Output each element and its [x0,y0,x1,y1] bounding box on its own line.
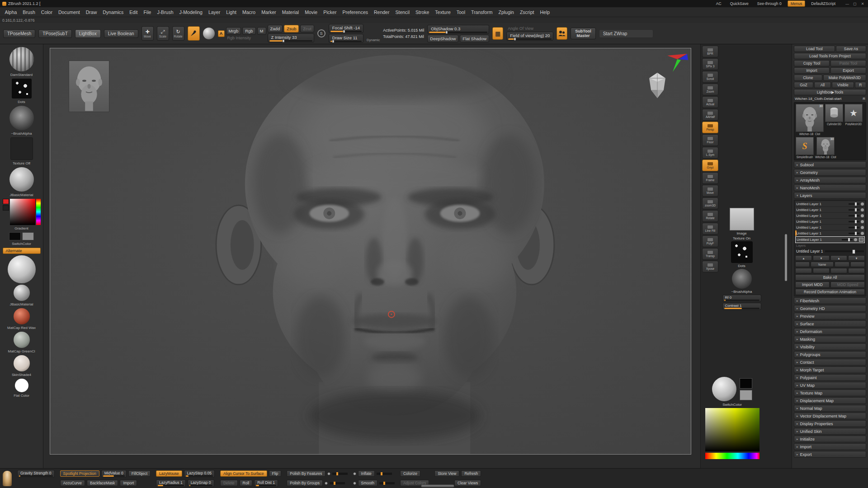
make-polymesh3d-button[interactable]: Make PolyMesh3D [823,75,866,81]
fillobject-button[interactable]: FillObject [128,470,151,477]
layer-intensity-slider[interactable] [849,209,859,211]
rgb-button[interactable]: Rgb [242,27,255,35]
lightbox-tools-button[interactable]: Lightbox▶Tools [794,89,866,95]
sculpt-viewport[interactable] [50,48,691,455]
current-tool-tag[interactable]: R [863,97,865,101]
minimize-button[interactable]: — [844,1,850,6]
tool-section-header[interactable]: ▸ Polypaint [794,374,866,381]
menu-item[interactable]: Picker [321,8,340,16]
smooth-slider[interactable] [379,482,395,484]
hue-strip[interactable] [36,199,41,225]
material-jbasic[interactable] [14,285,30,301]
angle-of-view-slider[interactable]: Angle Of View [506,26,553,31]
backfacemask-button[interactable]: BackfaceMask [87,480,118,486]
alternate-button[interactable]: Alternate [3,248,41,254]
right-shelf-button[interactable]: zoom3D [702,197,718,209]
active-alpha-badge[interactable]: A [218,30,225,37]
quicksave-button[interactable]: QuickSave [727,1,751,6]
mrgb-button[interactable]: Mrgb [226,27,241,35]
draw-size-slider[interactable]: Draw Size 11 [329,34,363,43]
switch-color-swatches[interactable] [9,232,34,240]
tpose-subt-button[interactable]: TPose|SubT [38,29,71,38]
right-shelf-button[interactable]: L.Sym [702,147,718,159]
layer-intensity-slider[interactable] [849,221,859,222]
import-button[interactable]: Import [794,67,830,74]
layer-visibility-icon[interactable] [861,232,864,235]
right-shelf-button[interactable]: Xpose [702,261,718,272]
layer-down-button[interactable]: ▼ [813,255,830,261]
delete-layer-button[interactable] [850,262,865,267]
focal-shift-slider[interactable]: Focal Shift -14 [329,24,363,33]
menu-item[interactable]: J-Modeling [176,8,205,16]
right-shelf-button[interactable]: Frame [702,172,718,184]
tool-section-header[interactable]: ▸ Preview [794,313,866,319]
perspective-icon[interactable]: ▦ [492,27,503,40]
tool-section-header[interactable]: ▸ Geometry HD [794,305,866,312]
active-layer-row[interactable]: Untitled Layer 1 [795,248,865,254]
menu-item[interactable]: Alpha [2,8,20,16]
ac-toggle[interactable]: AC [713,1,724,6]
tool-thumb-simplebrush[interactable]: S SimpleBrush [796,137,814,159]
smooth-toggle[interactable] [353,482,356,485]
tool-thumb-witcher[interactable]: 30 Witcher-18_Clot [796,104,824,136]
lazysnap-slider[interactable]: LazySnap 0 [188,479,214,487]
mdd-speed-slider[interactable]: MDD Speed [830,282,865,288]
tool-section-header[interactable]: ▸ NanoMesh [794,184,866,191]
menu-item[interactable]: Stroke [412,8,432,16]
layer-intensity-slider[interactable] [842,239,853,240]
midvalue-slider[interactable]: MidValue 0 [101,470,127,478]
menu-item[interactable]: Texture [432,8,453,16]
tool-section-header[interactable]: ▸ Display Properties [794,420,866,427]
tool-section-header[interactable]: ▸ Unified Skin [794,428,866,435]
subtool-master-button[interactable]: SubTool Master [571,28,595,39]
tool-thumb-cylinder3d[interactable]: Cylinder3D [825,104,843,126]
stroke-type-icon[interactable]: S [317,29,326,38]
store-view-button[interactable]: Store View [434,470,459,477]
canvas-horizontal-scrollbar[interactable] [421,484,454,488]
sculpted-head-model[interactable] [50,48,691,454]
clone-button[interactable]: Clone [794,75,822,81]
deep-shadow-button[interactable]: DeepShadow [427,35,458,42]
menu-item[interactable]: Movie [302,8,321,16]
menu-item[interactable]: Marker [259,8,279,16]
saturation-value-square[interactable] [10,199,35,225]
tool-section-header[interactable]: ▸ FiberMesh [794,297,866,304]
menu-item[interactable]: Edit [127,8,141,16]
scale-tool-button[interactable]: ⤢ Scale [157,26,169,41]
layer-bottom-button[interactable]: ▼ [848,255,865,261]
roll-dist-slider[interactable]: Roll Dist 1 [254,479,278,487]
goz-button[interactable]: GoZ [794,82,813,88]
see-through-slider[interactable]: See-through 0 [755,1,784,6]
layer-row[interactable]: Untitled Layer 1 [795,230,865,236]
menu-item[interactable]: Light [223,8,240,16]
tool-section-header[interactable]: ▸ Morph Target [794,366,866,373]
texture-image-thumbnail[interactable] [730,208,754,230]
load-tool-button[interactable]: Load Tool [794,46,835,52]
polish-groups-slider[interactable] [330,482,345,484]
menu-item[interactable]: Stencil [392,8,413,16]
layer-visibility-icon[interactable] [861,214,864,217]
m-button[interactable]: M [257,27,266,35]
stroke-thumbnail-dots[interactable] [12,79,32,99]
polish-features-toggle[interactable] [327,472,330,475]
tool-section-header[interactable]: ▸ Import [794,443,866,450]
import-spotlight-button[interactable]: Import [120,480,137,486]
texture-on-button[interactable]: Texture On [733,236,750,240]
align-cursor-button[interactable]: Align Cursor To Surface [220,470,267,477]
reference-image-thumbnail[interactable] [69,61,109,112]
current-brush-button[interactable] [188,26,200,41]
menu-item[interactable]: Help [537,8,553,16]
colorize-button[interactable]: Colorize [400,470,420,477]
menu-item[interactable]: Brush [20,8,38,16]
record-deformation-button[interactable]: Record Deformation Animation [795,289,865,295]
right-shelf-button[interactable]: Gxyz [702,160,718,171]
import-mdd-button[interactable]: Import MDD [795,282,830,288]
polish-groups-toggle[interactable] [325,482,328,485]
right-shelf-button[interactable]: Rotate [702,210,718,222]
layer-top-button[interactable]: ▲ [830,255,847,261]
layer-visibility-icon[interactable] [854,238,857,241]
menu-item[interactable]: Layer [205,8,223,16]
right-shelf-button[interactable]: Persp [702,122,718,133]
rf-slider[interactable]: Rf 0 [722,295,761,302]
switch-color-button[interactable]: SwitchColor [722,403,742,407]
